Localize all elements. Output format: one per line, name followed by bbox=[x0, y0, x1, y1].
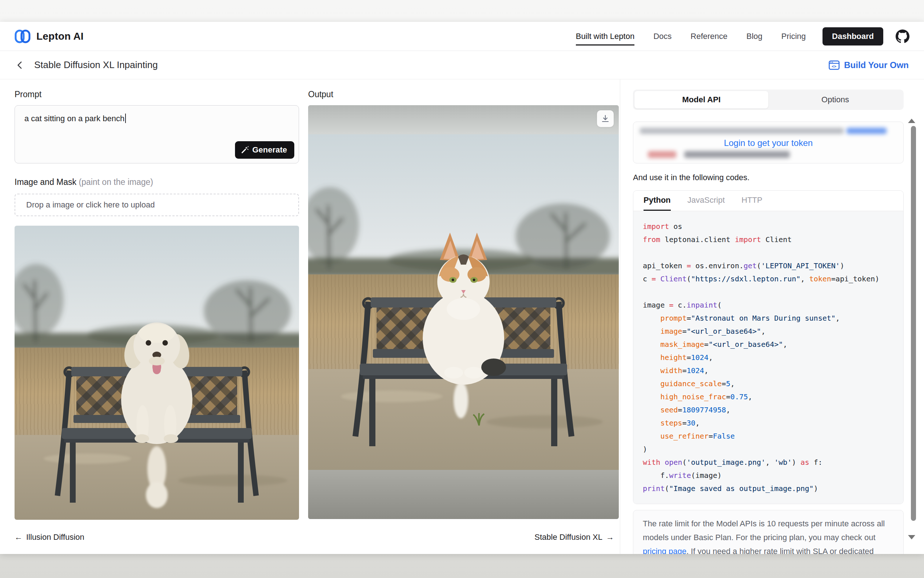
code-tab-http[interactable]: HTTP bbox=[741, 191, 762, 211]
blurred-code-keyword bbox=[648, 151, 676, 158]
output-image-cat-on-bench bbox=[308, 105, 619, 519]
login-token-link[interactable]: Login to get your token bbox=[633, 138, 903, 148]
main-area: Prompt a cat sitting on a park bench Gen… bbox=[0, 80, 620, 554]
upload-dropzone[interactable]: Drop a image or click here to upload bbox=[15, 194, 299, 216]
scrollbar-up-arrow[interactable] bbox=[908, 119, 915, 123]
scrollbar-thumb[interactable] bbox=[911, 126, 916, 521]
prompt-input[interactable]: a cat sitting on a park bench Generate bbox=[15, 105, 299, 164]
rate-limit-note: The rate limit for the Model APIs is 10 … bbox=[633, 510, 904, 554]
output-label: Output bbox=[308, 89, 619, 99]
blurred-link bbox=[846, 128, 887, 134]
input-column: Prompt a cat sitting on a park bench Gen… bbox=[15, 89, 299, 520]
code-line: prompt="Astronaut on Mars During sunset"… bbox=[643, 312, 894, 325]
nav-pricing[interactable]: Pricing bbox=[782, 25, 806, 48]
input-image-dog-on-bench[interactable] bbox=[15, 226, 299, 520]
lepton-logo-icon bbox=[15, 29, 31, 43]
code-line: api_token = os.environ.get('LEPTON_API_T… bbox=[643, 259, 894, 272]
download-output-button[interactable] bbox=[597, 110, 614, 127]
tab-model-api[interactable]: Model API bbox=[634, 91, 768, 109]
code-line: height=1024, bbox=[643, 351, 894, 364]
code-block[interactable]: import osfrom leptonai.client import Cli… bbox=[633, 211, 903, 504]
code-tab-python[interactable]: Python bbox=[644, 191, 671, 211]
page-title: Stable Diffusion XL Inpainting bbox=[34, 59, 158, 71]
nav-blog[interactable]: Blog bbox=[746, 25, 762, 48]
prev-model-label: Illusion Diffusion bbox=[26, 533, 84, 542]
github-icon[interactable] bbox=[896, 29, 909, 43]
app-window: Lepton AI Built with LeptonDocsReference… bbox=[0, 22, 924, 554]
code-line: use_refiner=False bbox=[643, 430, 894, 443]
code-line: f.write(image) bbox=[643, 469, 894, 482]
code-line: image="<url_or_base64>", bbox=[643, 325, 894, 338]
top-nav: Lepton AI Built with LeptonDocsReference… bbox=[0, 22, 924, 51]
code-line: c = Client("https://sdxl.lepton.run", to… bbox=[643, 272, 894, 285]
text-caret bbox=[125, 114, 126, 123]
code-line: guidance_scale=5, bbox=[643, 377, 894, 390]
nav-built-with-lepton[interactable]: Built with Lepton bbox=[576, 25, 634, 48]
prompt-value: a cat sitting on a park bench bbox=[24, 114, 125, 123]
magic-wand-icon bbox=[241, 146, 249, 154]
code-line: high_noise_frac=0.75, bbox=[643, 390, 894, 403]
rate-note-text: The rate limit for the Model APIs is 10 … bbox=[643, 519, 885, 542]
code-line: mask_image="<url_or_base64>", bbox=[643, 338, 894, 351]
code-line: print("Image saved as output_image.png") bbox=[643, 482, 894, 495]
pager-row: ← Illusion Diffusion Stable Diffusion XL… bbox=[15, 521, 617, 554]
generate-button[interactable]: Generate bbox=[235, 141, 294, 159]
code-line bbox=[643, 246, 894, 259]
output-column: Output bbox=[308, 89, 619, 520]
panel-tabs: Model APIOptions bbox=[633, 89, 904, 110]
code-line: image = c.inpaint( bbox=[643, 299, 894, 312]
scrollbar-down-arrow[interactable] bbox=[908, 535, 915, 539]
cat-photo-illustration bbox=[308, 134, 619, 470]
arrow-left-icon: ← bbox=[15, 533, 23, 542]
code-line bbox=[643, 285, 894, 299]
content: Prompt a cat sitting on a park bench Gen… bbox=[0, 80, 924, 554]
dog-photo-illustration bbox=[15, 226, 299, 520]
code-line: ) bbox=[643, 443, 894, 456]
code-tab-javascript[interactable]: JavaScript bbox=[688, 191, 725, 211]
mask-section-label: Image and Mask (paint on the image) bbox=[15, 177, 299, 187]
nav-reference[interactable]: Reference bbox=[691, 25, 728, 48]
page-header: Stable Diffusion XL Inpainting <> Build … bbox=[0, 51, 924, 80]
brand[interactable]: Lepton AI bbox=[15, 29, 84, 43]
code-line: import os bbox=[643, 220, 894, 233]
output-letterbox-bottom bbox=[308, 470, 619, 519]
api-panel: Model APIOptions Login to get your token… bbox=[620, 80, 924, 554]
prompt-label: Prompt bbox=[15, 89, 299, 99]
output-letterbox-top bbox=[308, 105, 619, 134]
code-window-icon: <> bbox=[829, 60, 840, 70]
pricing-page-link[interactable]: pricing page bbox=[643, 547, 686, 554]
code-line: seed=1809774958, bbox=[643, 403, 894, 416]
next-model-link[interactable]: Stable Diffusion XL → bbox=[534, 533, 614, 542]
blurred-text bbox=[640, 128, 844, 134]
svg-text:<>: <> bbox=[832, 64, 837, 69]
code-line: with open('output_image.png', 'wb') as f… bbox=[643, 456, 894, 469]
prev-model-link[interactable]: ← Illusion Diffusion bbox=[15, 533, 84, 542]
chevron-left-icon[interactable] bbox=[15, 60, 25, 70]
tab-options[interactable]: Options bbox=[768, 91, 902, 109]
main-nav: Built with LeptonDocsReferenceBlogPricin… bbox=[576, 25, 806, 48]
dashboard-button[interactable]: Dashboard bbox=[822, 27, 883, 45]
download-icon bbox=[601, 114, 610, 123]
build-your-own-link[interactable]: <> Build Your Own bbox=[829, 60, 909, 70]
nav-docs[interactable]: Docs bbox=[653, 25, 672, 48]
next-model-label: Stable Diffusion XL bbox=[534, 533, 602, 542]
use-codes-text: And use it in the following codes. bbox=[633, 173, 904, 182]
token-box: Login to get your token bbox=[633, 122, 904, 164]
code-line: width=1024, bbox=[643, 364, 894, 377]
generate-label: Generate bbox=[252, 145, 287, 155]
code-line: steps=30, bbox=[643, 416, 894, 430]
mask-label: Image and Mask bbox=[15, 177, 76, 187]
mask-hint: (paint on the image) bbox=[79, 177, 153, 187]
arrow-right-icon: → bbox=[606, 533, 614, 542]
blurred-code-text bbox=[684, 151, 790, 158]
code-line: from leptonai.client import Client bbox=[643, 233, 894, 246]
build-your-own-label: Build Your Own bbox=[844, 60, 909, 70]
code-language-tabs: PythonJavaScriptHTTP bbox=[633, 191, 903, 211]
dropzone-label: Drop a image or click here to upload bbox=[26, 200, 155, 209]
code-card: PythonJavaScriptHTTP import osfrom lepto… bbox=[633, 190, 904, 504]
brand-name: Lepton AI bbox=[36, 31, 84, 42]
